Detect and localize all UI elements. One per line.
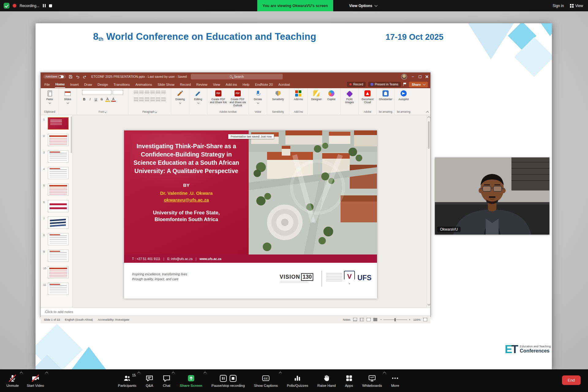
dialog-launcher-icon[interactable] (104, 111, 107, 113)
chevron-up-icon[interactable] (138, 372, 141, 375)
editing-button[interactable]: Editing (191, 90, 205, 104)
tab-add-ins[interactable]: Add-ins (225, 81, 238, 88)
slide-scrollbar[interactable] (427, 115, 430, 307)
zoom-knob[interactable] (394, 318, 396, 321)
tab-draw[interactable]: Draw (84, 81, 93, 88)
justify-button[interactable] (150, 98, 155, 102)
qa-button[interactable]: Q&A (141, 369, 157, 392)
reading-view-icon[interactable] (367, 318, 371, 321)
slide-thumbnail-9[interactable] (48, 250, 69, 262)
slide-thumbnail-3[interactable] (48, 150, 69, 163)
slide-thumbnail-row[interactable]: 5 (41, 181, 72, 198)
share-screen-button[interactable]: Share Screen (176, 369, 206, 392)
zoom-track[interactable] (383, 319, 407, 320)
redo-icon[interactable] (82, 74, 87, 79)
slide-thumbnail-row[interactable]: 6 (41, 198, 72, 214)
stop-recording-icon[interactable] (229, 374, 237, 382)
slide-thumbnail-row[interactable]: 11 (41, 281, 72, 297)
presenter-video-tile[interactable]: OkwaraVU (435, 157, 549, 235)
slide-thumbnail-7[interactable] (48, 217, 69, 229)
pause-stop-recording-button[interactable]: Pause/stop recording (208, 369, 249, 392)
show-captions-button[interactable]: CC Show Captions (250, 369, 281, 392)
share-button[interactable]: Share (409, 82, 428, 87)
undo-icon[interactable] (75, 74, 80, 79)
chevron-up-icon[interactable] (20, 372, 23, 375)
zoom-out-icon[interactable]: − (380, 318, 382, 321)
thumbnail-scrollbar[interactable] (71, 116, 72, 153)
designer-button[interactable]: Designer (310, 90, 323, 101)
align-center-button[interactable] (139, 98, 144, 102)
stop-recording-icon[interactable] (49, 4, 52, 7)
apps-button[interactable]: Apps (341, 369, 357, 392)
tab-slide-show[interactable]: Slide Show (157, 81, 175, 88)
notes-area[interactable]: Click to add notes (41, 307, 430, 315)
autosave-toggle[interactable]: AutoSave (43, 74, 66, 79)
tab-design[interactable]: Design (97, 81, 108, 88)
slide-canvas[interactable]: Investigating Think-Pair-Share as a Conf… (124, 130, 377, 299)
ghostwriter-button[interactable]: Ghostwriter (379, 90, 392, 101)
columns-button[interactable] (156, 98, 160, 102)
underline-button[interactable]: U (94, 97, 98, 101)
tab-insert[interactable]: Insert (70, 81, 79, 88)
participants-button[interactable]: 15 Participants (114, 369, 140, 392)
slide-thumbnail-10[interactable] (48, 266, 69, 278)
text-direction-button[interactable] (161, 91, 166, 95)
tab-home[interactable]: Home (55, 81, 66, 88)
slide-thumbnail-8[interactable] (48, 233, 69, 245)
numbering-button[interactable] (139, 91, 144, 95)
pickit-images-button[interactable]: Pickit Images (343, 90, 356, 104)
chevron-up-icon[interactable] (279, 372, 282, 375)
accessibility-status[interactable]: Accessibility: Investigate (98, 318, 129, 321)
flag-icon[interactable] (403, 83, 406, 86)
font-name-select[interactable] (82, 90, 111, 95)
tab-animations[interactable]: Animations (135, 81, 153, 88)
pause-recording-icon[interactable] (219, 374, 227, 382)
create-pdf-share-link-button[interactable]: PDF Create PDF and Share link (209, 90, 227, 104)
minimize-button[interactable]: – (411, 74, 415, 79)
highlight-button[interactable]: A (105, 97, 110, 102)
dictate-button[interactable]: Dictate (251, 90, 265, 104)
autopilot-button[interactable]: Autopilot (397, 90, 410, 101)
slide-thumbnail-row[interactable]: 8 (41, 231, 72, 247)
chevron-up-icon[interactable] (45, 372, 48, 375)
chevron-up-icon[interactable] (383, 372, 386, 375)
raise-hand-button[interactable]: Raise Hand (313, 369, 340, 392)
tab-view[interactable]: View (212, 81, 221, 88)
paste-button[interactable]: Paste (43, 90, 56, 104)
zoom-in-icon[interactable]: + (409, 318, 411, 321)
slide-thumbnail-4[interactable] (48, 167, 69, 179)
indent-decrease-button[interactable] (145, 91, 149, 95)
slide-thumbnail-1[interactable] (48, 117, 69, 130)
tab-endnote[interactable]: EndNote 20 (254, 81, 273, 88)
present-in-teams-button[interactable]: Present in Teams (368, 82, 401, 87)
save-icon[interactable] (68, 74, 73, 79)
dialog-launcher-icon[interactable] (155, 111, 157, 113)
sensitivity-button[interactable]: Sensitivity (269, 90, 287, 101)
start-video-button[interactable]: Start Video (23, 369, 48, 392)
scroll-up-icon[interactable] (427, 116, 430, 119)
sign-in-button[interactable]: Sign in (553, 4, 564, 8)
fit-to-window-icon[interactable] (423, 318, 427, 321)
search-input[interactable]: Search (191, 74, 283, 79)
tab-record[interactable]: Record (179, 81, 191, 88)
new-slide-button[interactable]: Slides (61, 90, 74, 104)
bullets-button[interactable] (134, 91, 138, 95)
create-pdf-outlook-button[interactable]: PDF Create PDF and Share via Outlook (229, 90, 247, 107)
normal-view-icon[interactable] (353, 318, 357, 321)
ribbon-collapse-icon[interactable] (426, 111, 429, 114)
slide-thumbnail-5[interactable] (48, 183, 69, 196)
italic-button[interactable]: I (88, 97, 92, 101)
chevron-up-icon[interactable] (203, 372, 206, 375)
zoom-percentage[interactable]: 116% (413, 318, 420, 321)
tab-acrobat[interactable]: Acrobat (278, 81, 291, 88)
slide-thumbnail-row[interactable]: 4 (41, 165, 72, 181)
more-button[interactable]: More (387, 369, 403, 392)
record-button[interactable]: Record (347, 82, 365, 87)
font-color-button[interactable]: A (111, 97, 116, 102)
slide-thumbnail-row[interactable]: 9 (41, 247, 72, 264)
polls-quizzes-button[interactable]: Polls/Quizzes (283, 369, 312, 392)
slide-thumbnail-11[interactable] (48, 283, 69, 295)
chevron-up-icon[interactable] (172, 372, 175, 375)
pause-recording-icon[interactable] (43, 4, 46, 7)
slideshow-view-icon[interactable] (373, 318, 377, 321)
